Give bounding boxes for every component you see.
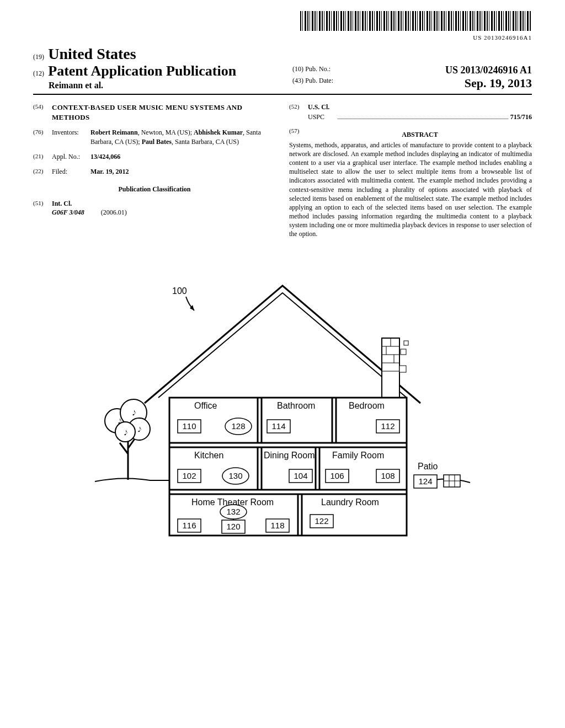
field-52-uscl: (52) U.S. Cl. [289, 103, 532, 112]
room-label-bathroom: Bathroom [277, 401, 315, 410]
code-19: (19) [33, 53, 44, 61]
intcl-code: G06F 3/048 [52, 208, 84, 216]
pub-date-label: Pub. Date: [305, 77, 333, 84]
ref-122: 122 [315, 516, 328, 526]
uspc-label: USPC [308, 113, 335, 121]
ref-110: 110 [182, 421, 196, 431]
ref-114: 114 [271, 421, 285, 431]
code-51: (51) [33, 199, 52, 218]
filed-value: Mar. 19, 2012 [90, 167, 276, 176]
room-label-bedroom: Bedroom [349, 401, 385, 410]
ref-100: 100 [172, 286, 187, 296]
barcode-graphic [300, 11, 532, 31]
pub-date-value: Sep. 19, 2013 [465, 76, 532, 90]
ref-112: 112 [381, 421, 395, 431]
code-10: (10) [292, 65, 303, 73]
right-column: (52) U.S. Cl. USPC 715/716 (57) ABSTRACT… [289, 103, 532, 239]
document-header: (19) United States (12) Patent Applicati… [33, 45, 532, 95]
field-54-title: (54) CONTEXT-BASED USER MUSIC MENU SYSTE… [33, 103, 276, 122]
ref-118: 118 [270, 521, 284, 530]
room-label-patio: Patio [418, 462, 438, 471]
applno-value: 13/424,066 [90, 152, 276, 162]
code-54: (54) [33, 103, 52, 122]
code-43: (43) [292, 77, 303, 84]
bibliographic-columns: (54) CONTEXT-BASED USER MUSIC MENU SYSTE… [33, 103, 532, 239]
ref-116: 116 [182, 521, 196, 530]
barcode-text: US 20130246916A1 [33, 34, 532, 41]
intcl-label: Int. Cl. [52, 200, 72, 207]
figure-area: 𝅘𝅥𝅮 𝅘𝅥𝅮 𝅘𝅥𝅮 𝅘𝅥𝅮 [33, 255, 532, 577]
field-57-abstract-head: (57) ABSTRACT [289, 127, 532, 140]
svg-rect-18 [399, 366, 406, 372]
inventors-label: Inventors: [52, 128, 90, 147]
code-22: (22) [33, 167, 52, 176]
ref-130: 130 [228, 471, 242, 480]
country-name: United States [48, 45, 136, 62]
ref-108: 108 [381, 471, 395, 480]
field-76-inventors: (76) Inventors: Robert Reimann, Newton, … [33, 128, 276, 147]
svg-rect-17 [404, 341, 408, 345]
field-22-filed: (22) Filed: Mar. 19, 2012 [33, 167, 276, 176]
house-figure: 𝅘𝅥𝅮 𝅘𝅥𝅮 𝅘𝅥𝅮 𝅘𝅥𝅮 [84, 255, 481, 575]
uspc-dots [338, 119, 508, 119]
ref-104: 104 [294, 471, 307, 480]
ref-102: 102 [182, 471, 196, 480]
pub-no-label: Pub. No.: [305, 65, 331, 73]
patio-grill-icon [444, 475, 460, 487]
room-label-dining: Dining Room [264, 451, 315, 460]
publication-type: Patent Application Publication [48, 63, 236, 79]
room-label-laundry: Laundry Room [321, 497, 379, 507]
invention-title: CONTEXT-BASED USER MUSIC MENU SYSTEMS AN… [52, 103, 276, 122]
header-right: (10) Pub. No.: US 2013/0246916 A1 (43) P… [292, 62, 532, 90]
authors-line: Reimann et al. [49, 81, 273, 90]
header-left: (19) United States (12) Patent Applicati… [33, 45, 273, 90]
left-column: (54) CONTEXT-BASED USER MUSIC MENU SYSTE… [33, 103, 276, 239]
ref-132: 132 [226, 507, 240, 516]
ref-120: 120 [226, 522, 240, 531]
svg-rect-16 [401, 349, 406, 355]
ref-128: 128 [231, 421, 245, 431]
abstract-heading: ABSTRACT [308, 130, 532, 140]
svg-rect-19 [169, 398, 407, 536]
uspc-row: USPC 715/716 [308, 113, 532, 121]
code-57: (57) [289, 127, 308, 140]
tree-icon: 𝅘𝅥𝅮 𝅘𝅥𝅮 𝅘𝅥𝅮 𝅘𝅥𝅮 [105, 399, 150, 480]
pub-class-heading: Publication Classification [33, 185, 276, 194]
field-51-intcl: (51) Int. Cl. G06F 3/048 (2006.01) [33, 199, 276, 218]
inventors-value: Robert Reimann, Newton, MA (US); Abhishe… [90, 128, 276, 147]
code-52: (52) [289, 103, 308, 112]
intcl-block: Int. Cl. G06F 3/048 (2006.01) [52, 199, 276, 218]
room-label-family: Family Room [332, 451, 384, 460]
abstract-text: Systems, methods, apparatus, and article… [289, 141, 532, 239]
code-21: (21) [33, 152, 52, 162]
barcode-region: US 20130246916A1 [33, 11, 532, 41]
applno-label: Appl. No.: [52, 152, 90, 162]
svg-point-3 [115, 422, 135, 442]
room-label-kitchen: Kitchen [194, 451, 223, 460]
intcl-year: (2006.01) [101, 208, 127, 216]
field-21-applno: (21) Appl. No.: 13/424,066 [33, 152, 276, 162]
uspc-value: 715/716 [510, 113, 532, 121]
ref-106: 106 [330, 471, 344, 480]
code-76: (76) [33, 128, 52, 147]
pub-no-value: US 2013/0246916 A1 [445, 65, 532, 76]
svg-rect-8 [382, 338, 399, 399]
ref-124: 124 [418, 477, 432, 486]
room-label-office: Office [194, 401, 217, 410]
uscl-label: U.S. Cl. [308, 103, 329, 111]
code-12: (12) [33, 69, 44, 78]
filed-label: Filed: [52, 167, 90, 176]
